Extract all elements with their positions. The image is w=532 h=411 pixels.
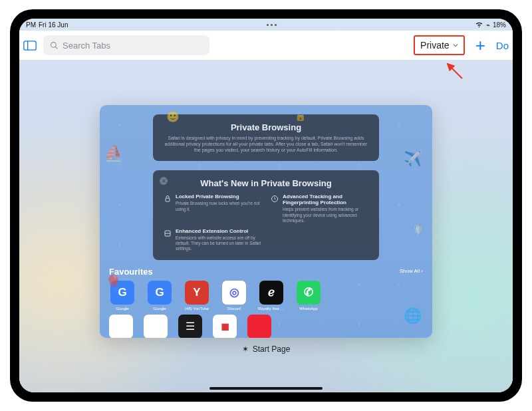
- decorative-emoji-icon: 🛡️: [412, 223, 426, 236]
- favourites-row: GGoogleGGoogleY(48) YouTube◎DiscordℯRoya…: [109, 281, 423, 311]
- favourite-tile[interactable]: [144, 315, 168, 338]
- favourite-label: Royalty free music and s…: [258, 307, 285, 311]
- favourite-tile[interactable]: ☰: [178, 315, 202, 338]
- favourite-item[interactable]: Y(48) YouTube: [184, 281, 210, 311]
- puzzle-icon: [164, 228, 172, 252]
- svg-rect-5: [166, 198, 170, 202]
- panel-title: Private Browsing: [164, 122, 368, 132]
- panel-title: What's New in Private Browsing: [164, 178, 368, 188]
- favourite-tile: ✆: [297, 281, 321, 305]
- search-icon: [50, 41, 59, 50]
- svg-point-2: [51, 42, 57, 47]
- favourites-section: Favourites Show All › GGoogleGGoogleY(48…: [109, 267, 423, 338]
- decorative-emoji-icon: ✈️: [404, 150, 422, 168]
- favourite-label: (48) YouTube: [184, 307, 210, 311]
- favourites-row: ☰ ◼︎: [109, 315, 423, 338]
- ipad-frame: PM Fri 16 Jun ⌁ 18% Search Tabs: [10, 9, 522, 402]
- home-indicator[interactable]: [209, 387, 323, 390]
- status-date: Fri 16 Jun: [39, 21, 68, 29]
- tab-group-label: Private: [420, 40, 450, 51]
- favourite-item[interactable]: ✆WhatsApp: [295, 281, 322, 311]
- favourite-tile: G: [148, 281, 172, 305]
- favourite-tile: ℯ: [259, 281, 283, 305]
- generic-icon: ☰: [186, 320, 195, 333]
- tab-overview-toolbar: Search Tabs Private + Do: [19, 31, 513, 60]
- status-time: PM: [26, 21, 36, 29]
- search-tabs-field[interactable]: Search Tabs: [43, 35, 209, 55]
- tab-caption: ✶ Start Page: [19, 344, 513, 354]
- feature-body: Private Browsing now locks when you're n…: [176, 201, 261, 212]
- favourite-label: Google: [146, 307, 173, 311]
- multitask-dots-icon[interactable]: [267, 24, 277, 26]
- lock-icon: [164, 194, 172, 223]
- private-browsing-panel: Private Browsing Safari is designed with…: [153, 114, 379, 161]
- shield-icon: [271, 194, 279, 223]
- svg-line-3: [55, 47, 57, 49]
- favourite-tile: Y: [185, 281, 209, 305]
- status-bar: PM Fri 16 Jun ⌁ 18%: [19, 19, 513, 31]
- feature-title: Enhanced Extension Control: [176, 228, 262, 234]
- star-icon: ✶: [242, 344, 249, 354]
- generic-icon: ◼︎: [221, 320, 229, 333]
- feature-item: Enhanced Extension Control Extensions wi…: [164, 228, 262, 252]
- favourite-item[interactable]: ℯRoyalty free music and s…: [258, 281, 285, 311]
- done-button[interactable]: Do: [496, 40, 509, 51]
- favourite-tile: ◎: [222, 281, 246, 305]
- panel-body: Safari is designed with privacy in mind …: [164, 135, 368, 153]
- tab-group-dropdown[interactable]: Private: [414, 35, 465, 55]
- favourite-item[interactable]: ◎Discord: [221, 281, 247, 311]
- feature-body: Extensions with website access are off b…: [176, 235, 262, 252]
- favourite-item[interactable]: GGoogle: [146, 281, 173, 311]
- decorative-emoji-icon: 🌐: [404, 307, 422, 325]
- battery-icon: ⌁: [486, 21, 490, 29]
- favourite-tile[interactable]: ◼︎: [213, 315, 237, 338]
- favourites-title: Favourites: [109, 267, 423, 277]
- chevron-right-icon: ›: [421, 268, 423, 274]
- feature-body: Helps prevent websites from tracking or …: [283, 207, 368, 223]
- favourite-tile[interactable]: [247, 315, 271, 338]
- battery-percent: 18%: [493, 21, 506, 29]
- sidebar-toggle-icon[interactable]: [23, 39, 37, 51]
- favourite-label: WhatsApp: [295, 307, 322, 311]
- feature-item: Advanced Tracking and Fingerprinting Pro…: [271, 194, 368, 223]
- favourite-label: Discord: [221, 307, 247, 311]
- start-page-tab-preview[interactable]: 🙂 🔒 ✈️ ⛵ 🛡️ 🎈 🌐 Private Browsing Safari …: [100, 105, 432, 338]
- search-placeholder: Search Tabs: [63, 41, 110, 51]
- feature-item: Locked Private Browsing Private Browsing…: [164, 194, 261, 223]
- feature-title: Locked Private Browsing: [176, 194, 261, 200]
- feature-title: Advanced Tracking and Fingerprinting Pro…: [283, 194, 368, 206]
- ipad-screen: PM Fri 16 Jun ⌁ 18% Search Tabs: [19, 19, 513, 392]
- favourite-tile[interactable]: [109, 315, 133, 338]
- wifi-icon: [475, 21, 483, 29]
- svg-line-4: [448, 64, 462, 78]
- decorative-emoji-icon: 🙂: [166, 110, 180, 123]
- new-tab-button[interactable]: +: [471, 35, 489, 56]
- chevron-down-icon: [453, 43, 458, 48]
- annotation-arrow: [440, 61, 466, 81]
- favourite-label: Google: [109, 307, 136, 311]
- decorative-emoji-icon: ⛵: [104, 144, 124, 162]
- decorative-emoji-icon: 🔒: [295, 110, 306, 121]
- decorative-emoji-icon: 🎈: [105, 274, 122, 290]
- show-all-button[interactable]: Show All ›: [400, 268, 423, 274]
- whats-new-panel: ✕ What's New in Private Browsing Locked …: [153, 170, 379, 260]
- svg-rect-0: [24, 41, 36, 49]
